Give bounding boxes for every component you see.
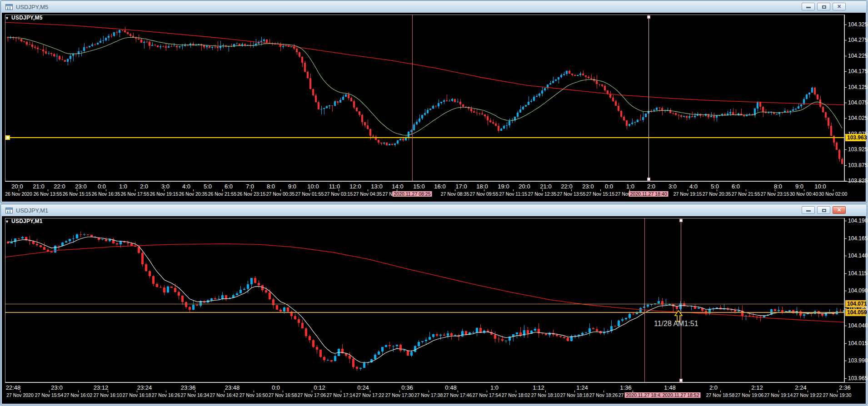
symbol-selector[interactable]: ▼USDJPY,M5 bbox=[5, 15, 43, 21]
candle-body bbox=[566, 71, 568, 74]
price-axis[interactable]: 104.190104.165104.140104.115104.090104.0… bbox=[844, 218, 867, 382]
hline-handle[interactable] bbox=[6, 136, 10, 139]
minimize-button[interactable] bbox=[802, 3, 815, 10]
candle-body bbox=[372, 136, 374, 137]
price-axis-label: 103.965 bbox=[848, 375, 868, 381]
candle-body bbox=[522, 107, 524, 109]
restore-icon bbox=[822, 5, 826, 9]
window-titlebar[interactable]: USDJPY,M1 bbox=[1, 204, 867, 216]
chart-annotation-text[interactable]: 11/28 AM1:51 bbox=[654, 320, 698, 327]
vline-handle-top[interactable] bbox=[679, 219, 682, 222]
symbol-label: USDJPY,M1 bbox=[11, 218, 43, 224]
vline-handle-top[interactable] bbox=[647, 15, 650, 18]
candle-body bbox=[465, 331, 467, 335]
candle-body bbox=[72, 54, 74, 55]
fast-ma-line[interactable] bbox=[8, 37, 842, 135]
candle-body bbox=[18, 238, 20, 239]
candle-body bbox=[713, 116, 715, 117]
candle-body bbox=[110, 36, 112, 36]
candle-body bbox=[552, 81, 554, 83]
candle-body bbox=[160, 46, 161, 47]
candle-body bbox=[174, 288, 176, 292]
close-button[interactable] bbox=[833, 3, 846, 10]
price-tick bbox=[845, 56, 847, 56]
candle-body bbox=[416, 122, 418, 124]
time-axis[interactable]: 22:4823:023:1223:2423:3623:480:00:120:24… bbox=[5, 382, 867, 399]
candle-body bbox=[450, 333, 453, 336]
candle-body bbox=[403, 350, 405, 351]
candle-body bbox=[506, 125, 508, 126]
vline-timestamp-label: 2020.11.27 18:40 bbox=[629, 191, 668, 197]
candle-body bbox=[116, 243, 118, 244]
time-axis-hour-label: 4:0 bbox=[689, 183, 698, 190]
candle-body bbox=[702, 116, 704, 116]
candle-body bbox=[83, 234, 85, 235]
candle-body bbox=[67, 59, 69, 61]
candle-body bbox=[410, 130, 412, 132]
candle-body bbox=[367, 125, 369, 129]
time-axis-date-label: 27 Nov 17:54 bbox=[473, 392, 501, 398]
candle-body bbox=[589, 328, 591, 332]
price-axis[interactable]: 104.325104.275104.225104.175104.125104.0… bbox=[844, 15, 867, 181]
candle-body bbox=[645, 114, 647, 117]
time-axis-hour-label: 10:0 bbox=[307, 183, 319, 190]
time-axis-hour-label: 1:36 bbox=[620, 384, 631, 391]
candle-body bbox=[108, 36, 110, 38]
time-axis-hour-label: 1:0 bbox=[626, 183, 634, 190]
candle-body bbox=[247, 284, 249, 289]
candle-body bbox=[157, 45, 159, 47]
candle-body bbox=[658, 108, 660, 109]
candle-body bbox=[686, 116, 688, 118]
restore-button[interactable] bbox=[817, 206, 830, 214]
price-axis-label: 104.075 bbox=[848, 99, 868, 106]
time-axis-date-label: 27 Nov 11:15 bbox=[499, 191, 527, 197]
time-axis-hour-label: 1:0 bbox=[119, 183, 127, 190]
time-axis-date-label: 27 Nov 19:14 bbox=[764, 392, 793, 398]
time-axis[interactable]: 20:021:022:023:00:01:02:03:04:05:06:07:0… bbox=[5, 181, 867, 198]
candle-body bbox=[421, 341, 424, 342]
vline-timestamp-label: 2020.11.27 18:42 bbox=[625, 392, 664, 398]
window-title: USDJPY,M1 bbox=[16, 207, 48, 214]
candle-body bbox=[581, 333, 584, 335]
chart-canvas[interactable]: 11/28 AM1:51 bbox=[5, 218, 844, 382]
candle-body bbox=[781, 310, 783, 312]
window-titlebar[interactable]: USDJPY,M5 bbox=[1, 1, 867, 13]
time-axis-hour-label: 0:48 bbox=[445, 384, 456, 391]
price-tick bbox=[845, 361, 847, 361]
candle-body bbox=[59, 56, 60, 59]
candle-body bbox=[612, 98, 614, 101]
candle-body bbox=[498, 126, 499, 131]
restore-button[interactable] bbox=[817, 3, 830, 10]
minimize-button[interactable] bbox=[802, 206, 815, 214]
chart-canvas[interactable] bbox=[5, 15, 844, 181]
price-chart-m5[interactable] bbox=[5, 15, 844, 181]
time-axis-date-label: 27 Nov 21:55 bbox=[732, 191, 760, 197]
price-chart-m1[interactable]: 11/28 AM1:51 bbox=[5, 218, 844, 382]
candle-body bbox=[399, 345, 402, 351]
price-level-badge: 104.059 bbox=[845, 309, 866, 316]
time-axis-hour-label: 23:0 bbox=[75, 183, 86, 190]
symbol-selector[interactable]: ▼USDJPY,M1 bbox=[5, 218, 43, 224]
candle-body bbox=[214, 298, 216, 299]
candle-body bbox=[167, 287, 169, 292]
candle-body bbox=[383, 143, 385, 144]
candle-body bbox=[596, 329, 598, 331]
candle-body bbox=[301, 323, 304, 328]
minimize-icon bbox=[806, 210, 811, 212]
price-axis-label: 104.140 bbox=[848, 253, 868, 259]
candle-body bbox=[100, 41, 101, 42]
time-axis-date-label: 27 Nov 19:15 bbox=[673, 191, 702, 197]
vline-handle-bottom[interactable] bbox=[647, 178, 650, 180]
candle-body bbox=[381, 347, 384, 351]
vline-handle-bottom[interactable] bbox=[679, 379, 682, 381]
slow-ma-line[interactable] bbox=[5, 244, 844, 322]
time-axis-hour-label: 2:12 bbox=[751, 384, 763, 391]
close-button[interactable] bbox=[833, 206, 846, 214]
candle-body bbox=[680, 115, 682, 116]
candle-body bbox=[168, 46, 170, 48]
candle-body bbox=[716, 115, 718, 117]
candle-body bbox=[698, 308, 700, 309]
price-axis-label: 104.275 bbox=[848, 37, 868, 43]
candle-body bbox=[574, 75, 576, 76]
candle-body bbox=[329, 105, 330, 106]
